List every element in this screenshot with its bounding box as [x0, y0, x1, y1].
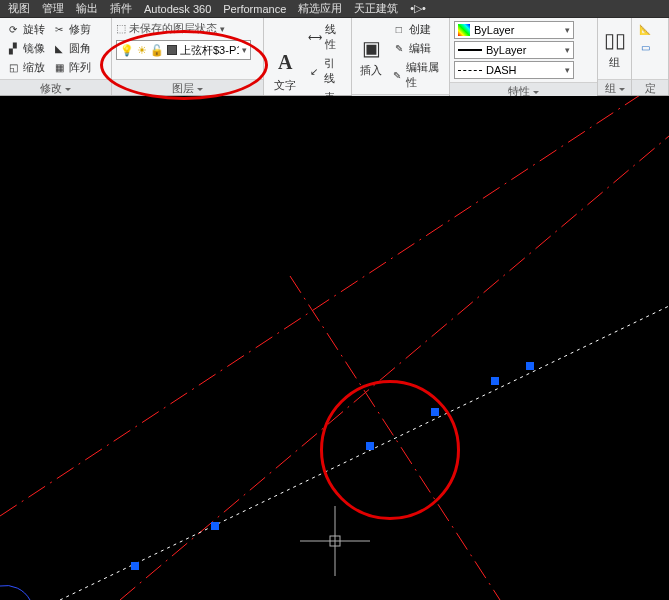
- group-button[interactable]: ▯▯ 组: [602, 21, 628, 76]
- trim-button[interactable]: ✂修剪: [50, 21, 93, 38]
- layer-state-button[interactable]: ⬚ 未保存的图层状态 ▾: [116, 21, 225, 36]
- svg-line-1: [0, 96, 669, 516]
- measure-icon: 📐: [638, 22, 652, 36]
- edit-block-button[interactable]: ✎编辑: [390, 40, 445, 57]
- panel-modify: ⟳旋转 ▞镜像 ◱缩放 ✂修剪 ◣圆角 ▦阵列 修改: [0, 18, 112, 95]
- svg-line-0: [120, 136, 669, 600]
- scale-button[interactable]: ◱缩放: [4, 59, 47, 76]
- trim-icon: ✂: [52, 23, 66, 37]
- menu-item[interactable]: 视图: [2, 0, 36, 18]
- grip-point[interactable]: [366, 442, 374, 450]
- panel-block: ▣ 插入 □创建 ✎编辑 ✎编辑属性 块: [352, 18, 450, 95]
- svg-line-3: [60, 306, 669, 600]
- linear-dim-button[interactable]: ⟷线性: [306, 21, 347, 53]
- panel-title: 定: [632, 79, 668, 95]
- menu-item[interactable]: 输出: [70, 0, 104, 18]
- current-layer-dropdown[interactable]: 💡 ☀ 🔓 上弦杆$3-P133x6+ ▾: [116, 40, 251, 60]
- panel-title[interactable]: 修改: [0, 79, 111, 95]
- panel-properties: ByLayer▾ ByLayer▾ DASH▾ 特性: [450, 18, 598, 95]
- ribbon: ⟳旋转 ▞镜像 ◱缩放 ✂修剪 ◣圆角 ▦阵列 修改 ⬚ 未保存的图层状态 ▾ …: [0, 18, 669, 96]
- chevron-down-icon: ▾: [565, 65, 570, 75]
- panel-utilities: 📐 ▭ 定: [632, 18, 669, 95]
- panel-group: ▯▯ 组 组: [598, 18, 632, 95]
- group-icon: ▯▯: [602, 27, 628, 53]
- util-button-2[interactable]: ▭: [636, 39, 664, 55]
- rotate-icon: ⟳: [6, 23, 20, 37]
- grip-point[interactable]: [431, 408, 439, 416]
- grip-point[interactable]: [211, 522, 219, 530]
- edit-attr-icon: ✎: [392, 68, 404, 82]
- insert-block-button[interactable]: ▣ 插入: [356, 21, 387, 91]
- lightbulb-icon: 💡: [120, 44, 134, 57]
- chevron-down-icon: [65, 88, 71, 94]
- chevron-down-icon: ▾: [565, 45, 570, 55]
- layer-state-icon: ⬚: [116, 22, 126, 35]
- menu-item[interactable]: 天正建筑: [348, 0, 404, 18]
- mirror-button[interactable]: ▞镜像: [4, 40, 47, 57]
- layer-name: 上弦杆$3-P133x6+: [180, 43, 239, 58]
- rotate-button[interactable]: ⟳旋转: [4, 21, 47, 38]
- fillet-icon: ◣: [52, 42, 66, 56]
- edit-attr-button[interactable]: ✎编辑属性: [390, 59, 445, 91]
- linetype-dropdown[interactable]: DASH▾: [454, 61, 574, 79]
- array-button[interactable]: ▦阵列: [50, 59, 93, 76]
- grip-point[interactable]: [491, 377, 499, 385]
- menu-item[interactable]: 插件: [104, 0, 138, 18]
- linear-dim-icon: ⟷: [308, 30, 322, 44]
- menu-item[interactable]: Autodesk 360: [138, 1, 217, 17]
- panel-annotate: A 文字 ⟷线性 ↙引线 ▦表格 注释: [264, 18, 352, 95]
- leader-button[interactable]: ↙引线: [306, 55, 347, 87]
- util-button-1[interactable]: 📐: [636, 21, 664, 37]
- drawing-canvas[interactable]: [0, 96, 669, 600]
- panel-title[interactable]: 图层: [112, 79, 263, 95]
- chevron-down-icon: [619, 88, 625, 94]
- menubar: 视图 管理 输出 插件 Autodesk 360 Performance 精选应…: [0, 0, 669, 18]
- select-icon: ▭: [638, 40, 652, 54]
- chevron-down-icon: ▾: [242, 45, 247, 55]
- leader-icon: ↙: [308, 64, 321, 78]
- color-dropdown[interactable]: ByLayer▾: [454, 21, 574, 39]
- array-icon: ▦: [52, 61, 66, 75]
- text-icon: A: [272, 50, 298, 76]
- color-swatch-icon: [458, 24, 470, 36]
- mirror-icon: ▞: [6, 42, 20, 56]
- grip-point[interactable]: [526, 362, 534, 370]
- menu-item[interactable]: 管理: [36, 0, 70, 18]
- insert-icon: ▣: [358, 35, 384, 61]
- chevron-down-icon: [197, 88, 203, 94]
- create-block-icon: □: [392, 23, 406, 37]
- sun-icon: ☀: [137, 44, 147, 57]
- drawing-content: [0, 96, 669, 600]
- layer-color-swatch: [167, 45, 177, 55]
- menu-item[interactable]: Performance: [217, 1, 292, 17]
- panel-layers: ⬚ 未保存的图层状态 ▾ 💡 ☀ 🔓 上弦杆$3-P133x6+ ▾ 图层: [112, 18, 264, 95]
- fillet-button[interactable]: ◣圆角: [50, 40, 93, 57]
- edit-block-icon: ✎: [392, 42, 406, 56]
- grip-point[interactable]: [131, 562, 139, 570]
- panel-title[interactable]: 组: [598, 79, 631, 95]
- menu-overflow-icon[interactable]: •▷•: [404, 0, 420, 17]
- lock-icon: 🔓: [150, 44, 164, 57]
- chevron-down-icon: ▾: [565, 25, 570, 35]
- menu-item[interactable]: 精选应用: [292, 0, 348, 18]
- linetype-icon: [458, 70, 482, 71]
- scale-icon: ◱: [6, 61, 20, 75]
- lineweight-icon: [458, 49, 482, 51]
- lineweight-dropdown[interactable]: ByLayer▾: [454, 41, 574, 59]
- create-block-button[interactable]: □创建: [390, 21, 445, 38]
